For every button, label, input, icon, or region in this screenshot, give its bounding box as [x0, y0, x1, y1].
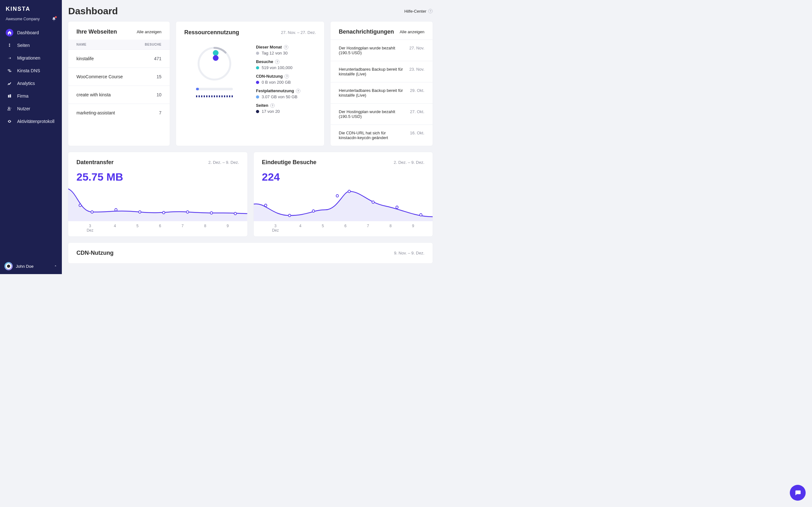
- activity-icon: [6, 118, 13, 125]
- company-icon: [6, 92, 13, 100]
- svg-point-13: [312, 210, 315, 212]
- col-visits: BESUCHE: [145, 43, 161, 46]
- res-label: Seiten: [256, 103, 268, 108]
- nav-nutzer[interactable]: Nutzer: [3, 102, 59, 115]
- table-row[interactable]: marketing-assistant7: [68, 104, 170, 122]
- question-icon[interactable]: ?: [296, 89, 300, 93]
- sidebar: KINSTA Awesome Company Dashboard Seiten …: [0, 0, 62, 274]
- dns-icon: [6, 67, 13, 74]
- analytics-icon: [6, 79, 13, 87]
- notif-text: Die CDN-URL hat sich für kinstacdn-keycd…: [339, 130, 405, 140]
- cdn-range: 9. Nov. – 9. Dez.: [394, 250, 424, 256]
- svg-point-14: [336, 194, 339, 197]
- question-icon[interactable]: ?: [270, 103, 275, 108]
- nav-seiten[interactable]: Seiten: [3, 39, 59, 52]
- res-value: 17 von 20: [262, 109, 280, 114]
- notif-date: 27. Okt.: [410, 109, 424, 119]
- transfer-title: Datentransfer: [77, 159, 113, 166]
- users-icon: [6, 105, 13, 112]
- site-visits: 10: [156, 92, 161, 97]
- col-name: NAME: [77, 43, 86, 46]
- site-name: WooCommerce Course: [77, 74, 123, 79]
- site-name: marketing-assistant: [77, 110, 115, 115]
- nav-migrationen[interactable]: Migrationen: [3, 52, 59, 64]
- site-visits: 15: [156, 74, 161, 79]
- notification-item[interactable]: Der Hostingplan wurde bezahlt (190.5 USD…: [331, 103, 433, 124]
- question-icon: ?: [428, 9, 433, 13]
- notifications-show-all[interactable]: Alle anzeigen: [400, 30, 424, 34]
- unique-sparkline: [254, 183, 433, 221]
- svg-point-3: [79, 204, 82, 207]
- swatch: [256, 66, 259, 69]
- transfer-sparkline: [68, 183, 247, 221]
- res-value: 519 von 100,000: [262, 65, 293, 70]
- brand-text: KINSTA: [6, 6, 31, 12]
- cdn-card: CDN-Nutzung 9. Nov. – 9. Dez.: [68, 243, 433, 263]
- transfer-value: 25.75 MB: [77, 171, 239, 183]
- svg-point-17: [396, 206, 398, 209]
- svg-point-15: [348, 190, 351, 193]
- svg-point-16: [372, 201, 374, 204]
- unique-value: 224: [262, 171, 425, 183]
- brand-logo: KINSTA: [0, 0, 62, 15]
- res-value: Tag 12 von 30: [262, 51, 288, 55]
- notifications-bell-icon[interactable]: [52, 17, 56, 21]
- notification-item[interactable]: Herunterladbares Backup bereit für kinst…: [331, 61, 433, 82]
- company-name[interactable]: Awesome Company: [6, 17, 40, 21]
- site-name: kinstalife: [77, 56, 94, 61]
- nav-label: Aktivitätenprotokoll: [17, 119, 55, 124]
- swatch: [256, 52, 259, 55]
- nav-firma[interactable]: Firma: [3, 90, 59, 102]
- svg-point-4: [91, 211, 94, 213]
- resources-donut: [184, 45, 245, 114]
- swatch: [256, 110, 259, 113]
- nav-label: Dashboard: [17, 30, 39, 35]
- transfer-card: Datentransfer 2. Dez. – 9. Dez. 25.75 MB…: [68, 152, 247, 236]
- question-icon[interactable]: ?: [284, 45, 288, 49]
- help-center-link[interactable]: Hilfe-Center ?: [404, 9, 433, 14]
- res-label: Besuche: [256, 59, 273, 64]
- user-menu[interactable]: John Doe: [0, 258, 62, 274]
- site-visits: 7: [159, 110, 161, 115]
- sites-show-all[interactable]: Alle anzeigen: [137, 30, 161, 34]
- svg-point-5: [115, 209, 117, 211]
- resources-card: Ressourcennutzung 27. Nov. – 27. Dez.: [176, 21, 324, 146]
- transfer-range: 2. Dez. – 9. Dez.: [208, 160, 239, 165]
- nav-analytics[interactable]: Analytics: [3, 77, 59, 90]
- nav-label: Nutzer: [17, 106, 30, 111]
- notif-text: Herunterladbares Backup bereit für kinst…: [339, 67, 404, 76]
- question-icon[interactable]: ?: [285, 74, 289, 78]
- notification-item[interactable]: Die CDN-URL hat sich für kinstacdn-keycd…: [331, 124, 433, 146]
- sites-title: Ihre Webseiten: [77, 29, 117, 35]
- nav-dashboard[interactable]: Dashboard: [3, 26, 59, 39]
- res-label: CDN-Nutzung: [256, 74, 283, 78]
- nav-dns[interactable]: Kinsta DNS: [3, 64, 59, 77]
- site-name: create with kinsta: [77, 92, 111, 97]
- notifications-title: Benachrichtigungen: [339, 29, 394, 35]
- notification-item[interactable]: Der Hostingplan wurde bezahlt (190.5 USD…: [331, 40, 433, 61]
- table-row[interactable]: create with kinsta10: [68, 86, 170, 104]
- migrations-icon: [6, 54, 13, 62]
- unique-xaxis: 3Dez 4 5 6 7 8 9: [262, 221, 425, 233]
- question-icon[interactable]: ?: [275, 60, 280, 64]
- main: Dashboard Hilfe-Center ? Ihre Webseiten …: [62, 0, 439, 274]
- nav-label: Kinsta DNS: [17, 68, 40, 73]
- svg-point-2: [213, 55, 218, 61]
- res-value: 3.07 GB von 50 GB: [262, 95, 298, 99]
- res-label: Festplattennutzung: [256, 89, 294, 93]
- nav-aktivitaet[interactable]: Aktivitätenprotokoll: [3, 115, 59, 128]
- unique-card: Eindeutige Besuche 2. Dez. – 9. Dez. 224…: [254, 152, 433, 236]
- table-row[interactable]: WooCommerce Course15: [68, 67, 170, 86]
- notif-date: 23. Nov.: [409, 67, 424, 76]
- nav: Dashboard Seiten Migrationen Kinsta DNS …: [0, 26, 62, 128]
- table-row[interactable]: kinstalife471: [68, 49, 170, 67]
- site-visits: 471: [154, 56, 161, 61]
- sites-card: Ihre Webseiten Alle anzeigen NAME BESUCH…: [68, 21, 170, 146]
- svg-point-8: [187, 211, 189, 213]
- resources-title: Ressourcennutzung: [184, 29, 239, 36]
- notification-item[interactable]: Herunterladbares Backup bereit für kinst…: [331, 82, 433, 103]
- nav-label: Migrationen: [17, 55, 40, 60]
- avatar: [4, 262, 13, 270]
- notif-date: 16. Okt.: [410, 130, 424, 140]
- svg-point-7: [162, 211, 165, 214]
